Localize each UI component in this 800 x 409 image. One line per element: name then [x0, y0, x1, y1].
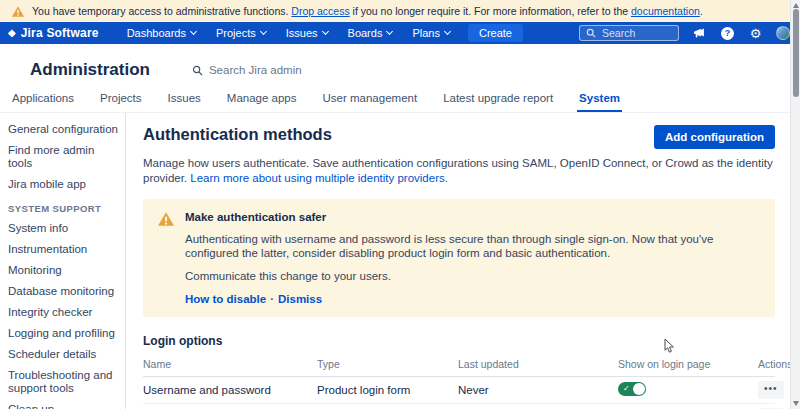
vertical-scrollbar[interactable] [790, 0, 800, 409]
admin-header: Administration Search Jira admin [0, 44, 800, 90]
create-button[interactable]: Create [468, 24, 523, 42]
table-header-row: Name Type Last updated Show on login pag… [143, 358, 775, 377]
admin-search-placeholder: Search Jira admin [209, 64, 302, 76]
brand-name: Jira Software [21, 26, 99, 40]
chevron-down-icon [260, 28, 267, 35]
table-row: casdoor OpenID Connect 26 April 2023 7:2… [143, 404, 775, 409]
login-options-table: Name Type Last updated Show on login pag… [143, 358, 775, 409]
table-row: Username and password Product login form… [143, 377, 775, 404]
tab-projects[interactable]: Projects [98, 90, 144, 112]
nav-boards[interactable]: Boards [348, 27, 393, 39]
warning-line-1: Authenticating with username and passwor… [185, 232, 761, 260]
jira-admin-page: You have temporary access to administrat… [0, 0, 800, 409]
sidebar-item-instrumentation[interactable]: Instrumentation [8, 243, 119, 256]
app-navbar: ◆ Jira Software Dashboards Projects Issu… [0, 22, 800, 44]
warning-icon [158, 212, 174, 230]
login-options-title: Login options [143, 334, 775, 348]
search-placeholder: Search [602, 27, 635, 39]
row-actions-cell: ••• [758, 381, 784, 399]
sidebar-item-troubleshooting[interactable]: Troubleshooting and support tools [8, 369, 119, 395]
navbar-right: Search ? ⚙ [579, 25, 790, 41]
col-name: Name [143, 358, 317, 370]
help-icon[interactable]: ? [720, 26, 735, 41]
sidebar-section-system-support: SYSTEM SUPPORT [8, 203, 119, 214]
tab-system[interactable]: System [577, 90, 622, 112]
row-actions-button[interactable]: ••• [758, 381, 784, 399]
add-configuration-button[interactable]: Add configuration [654, 125, 775, 149]
banner-text: You have temporary access to administrat… [32, 5, 703, 17]
sidebar-item-jira-mobile-app[interactable]: Jira mobile app [8, 178, 119, 191]
how-to-disable-link[interactable]: How to disable [185, 293, 266, 305]
system-sidebar: General configuration Find more admin to… [0, 113, 126, 409]
search-icon [192, 65, 203, 76]
row-name: Username and password [143, 384, 317, 396]
sidebar-item-database-monitoring[interactable]: Database monitoring [8, 285, 119, 298]
nav-dashboards[interactable]: Dashboards [127, 27, 196, 39]
global-search-input[interactable]: Search [579, 25, 679, 41]
row-last-updated: Never [458, 384, 618, 396]
user-avatar[interactable] [776, 26, 790, 40]
chevron-down-icon [444, 28, 451, 35]
tab-manage-apps[interactable]: Manage apps [225, 90, 299, 112]
row-toggle-cell: ✓ [618, 382, 758, 398]
primary-nav: Dashboards Projects Issues Boards Plans [127, 27, 450, 39]
scrollbar-up-arrow-icon[interactable] [793, 3, 799, 8]
tab-issues[interactable]: Issues [166, 90, 203, 112]
make-auth-safer-warning: Make authentication safer Authenticating… [143, 199, 775, 317]
tab-applications[interactable]: Applications [10, 90, 76, 112]
dismiss-link[interactable]: Dismiss [278, 293, 322, 305]
banner-text-2: if you no longer require it. For more in… [350, 5, 631, 17]
warning-icon [12, 6, 24, 17]
jira-diamond-icon: ◆ [8, 28, 16, 38]
col-type: Type [317, 358, 458, 370]
announcements-icon[interactable] [692, 26, 707, 41]
tab-latest-upgrade-report[interactable]: Latest upgrade report [441, 90, 555, 112]
banner-text-3: . [700, 5, 703, 17]
section-title-authentication-methods: Authentication methods [143, 125, 332, 144]
warning-title: Make authentication safer [185, 211, 761, 223]
sidebar-item-logging-and-profiling[interactable]: Logging and profiling [8, 327, 119, 340]
col-last-updated: Last updated [458, 358, 618, 370]
col-actions: Actions [758, 358, 792, 370]
sidebar-item-find-more-admin-tools[interactable]: Find more admin tools [8, 144, 119, 170]
tab-user-management[interactable]: User management [321, 90, 420, 112]
chevron-down-icon [386, 28, 393, 35]
documentation-link[interactable]: documentation [631, 5, 700, 17]
main-content: Authentication methods Add configuration… [126, 113, 800, 409]
content-header: Authentication methods Add configuration [143, 125, 775, 149]
settings-gear-icon[interactable]: ⚙ [748, 26, 763, 41]
auth-description: Manage how users authenticate. Save auth… [143, 156, 775, 186]
sidebar-item-integrity-checker[interactable]: Integrity checker [8, 306, 119, 319]
toggle-knob [633, 383, 645, 395]
col-show-on-login-page: Show on login page [618, 358, 758, 370]
banner-text-1: You have temporary access to administrat… [32, 5, 291, 17]
sidebar-item-monitoring[interactable]: Monitoring [8, 264, 119, 277]
nav-issues[interactable]: Issues [286, 27, 328, 39]
sidebar-item-general-configuration[interactable]: General configuration [8, 123, 119, 136]
admin-body: General configuration Find more admin to… [0, 113, 800, 409]
admin-tabs: Applications Projects Issues Manage apps… [0, 90, 800, 113]
admin-search-input[interactable]: Search Jira admin [192, 64, 302, 76]
check-icon: ✓ [623, 383, 630, 395]
nav-projects[interactable]: Projects [216, 27, 266, 39]
page-title: Administration [30, 60, 150, 80]
temporary-access-banner: You have temporary access to administrat… [0, 0, 800, 22]
row-type: Product login form [317, 384, 458, 396]
drop-access-link[interactable]: Drop access [291, 5, 349, 17]
chevron-down-icon [190, 28, 197, 35]
learn-more-link[interactable]: Learn more about using multiple identity… [190, 172, 448, 184]
scrollbar-thumb[interactable] [793, 9, 799, 97]
sidebar-item-system-info[interactable]: System info [8, 222, 119, 235]
warning-links: How to disable·Dismiss [185, 293, 761, 305]
sidebar-item-scheduler-details[interactable]: Scheduler details [8, 348, 119, 361]
jira-logo[interactable]: ◆ Jira Software [8, 26, 99, 40]
sidebar-item-clean-up[interactable]: Clean up [8, 403, 119, 409]
chevron-down-icon [322, 28, 329, 35]
warning-line-2: Communicate this change to your users. [185, 269, 761, 283]
search-icon [586, 28, 596, 38]
scrollbar-down-arrow-icon[interactable] [793, 401, 799, 406]
nav-plans[interactable]: Plans [412, 27, 450, 39]
show-on-login-toggle[interactable]: ✓ [618, 382, 646, 396]
